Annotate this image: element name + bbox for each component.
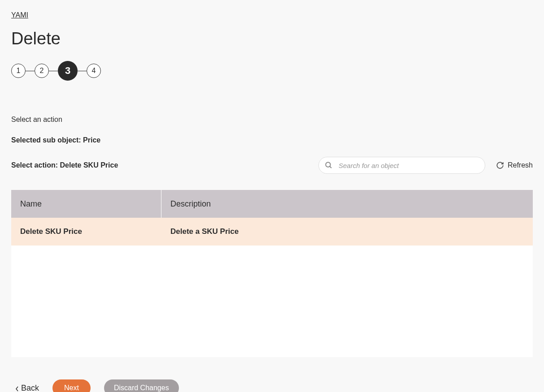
discard-button[interactable]: Discard Changes — [104, 379, 179, 392]
step-connector — [26, 71, 35, 71]
row-name: Delete SKU Price — [11, 218, 161, 246]
instruction-text: Select an action — [11, 116, 533, 124]
step-1[interactable]: 1 — [11, 64, 26, 78]
search-icon — [325, 161, 333, 169]
header-description: Description — [161, 190, 533, 218]
step-connector — [49, 71, 58, 71]
search-box — [318, 157, 485, 174]
footer-buttons: Back Next Discard Changes — [11, 379, 533, 392]
table-header: Name Description — [11, 190, 533, 218]
step-3[interactable]: 3 — [58, 61, 78, 81]
back-label: Back — [21, 383, 39, 392]
next-button[interactable]: Next — [52, 379, 91, 392]
refresh-icon — [496, 161, 504, 169]
search-input[interactable] — [318, 157, 485, 174]
action-table: Name Description Delete SKU Price Delete… — [11, 190, 533, 357]
svg-line-1 — [330, 166, 331, 168]
header-name: Name — [11, 190, 161, 218]
table-row[interactable]: Delete SKU Price Delete a SKU Price — [11, 218, 533, 246]
page-title: Delete — [11, 29, 533, 48]
breadcrumb[interactable]: YAMI — [11, 11, 28, 19]
stepper: 1 2 3 4 — [11, 61, 533, 81]
selected-action: Select action: Delete SKU Price — [11, 161, 118, 169]
back-button[interactable]: Back — [15, 383, 39, 392]
refresh-label: Refresh — [508, 161, 533, 169]
refresh-button[interactable]: Refresh — [496, 161, 533, 169]
step-2[interactable]: 2 — [35, 64, 49, 78]
row-description: Delete a SKU Price — [161, 218, 533, 246]
step-connector — [78, 71, 87, 71]
svg-point-0 — [326, 162, 331, 167]
step-4[interactable]: 4 — [87, 64, 101, 78]
chevron-left-icon — [15, 385, 19, 391]
selected-sub-object: Selected sub object: Price — [11, 136, 533, 144]
